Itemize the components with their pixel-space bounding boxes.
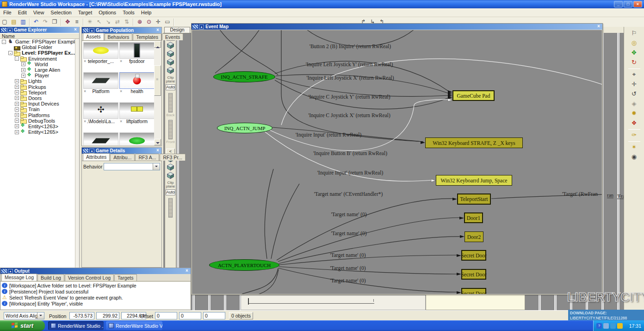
tree-item[interactable]: +Entity<1263> [0,124,75,129]
volume-tray-icon[interactable] [610,323,616,329]
chevron-down-icon[interactable] [153,163,160,170]
close-icon[interactable]: × [155,148,161,153]
select-zoom-icon[interactable]: ⌖ [632,70,636,80]
help-tray-icon[interactable]: ? [596,323,602,329]
tree-item[interactable]: +Pickups [0,84,75,90]
asset-mark[interactable]: × [84,89,86,94]
menu-item-file[interactable]: File [0,9,15,16]
event-map-titlebar[interactable]: ▲ Event Map × [192,24,602,30]
pin-icon[interactable]: ▲ [8,269,13,274]
event-map-canvas[interactable]: INQ_ACTN_STRAFE INQ_ACTN_JUMP ACTN_PLAYE… [192,30,602,294]
asset-item-selected[interactable]: ×health [119,72,154,94]
tab-attributes-2[interactable]: Attribu... [110,154,135,161]
expander-icon[interactable]: + [15,119,19,123]
menu-item-selection[interactable]: Selection [47,9,74,16]
asset-mark[interactable]: × [84,59,86,63]
asset-item[interactable]: ✣ ×.\Models\La... [83,102,118,125]
pin-icon[interactable]: ▲ [89,28,94,33]
expander-icon[interactable]: - [15,56,19,61]
offset-x-field[interactable]: 0 [155,312,177,319]
close-icon[interactable]: × [596,24,601,29]
maximize-button[interactable]: □ [624,1,632,7]
log-row[interactable]: i[Workspace] Entity 'Player', visible [2,300,189,306]
tab-templates[interactable]: Templates [133,33,161,40]
menu-item-target[interactable]: Target [75,9,96,16]
view-cube-side-icon[interactable] [167,58,174,66]
pointer-flag-icon[interactable]: ⚐ [632,29,637,38]
event-node-inq-actn-jump[interactable]: INQ_ACTN_JUMP [217,123,272,133]
slider-track[interactable] [248,303,374,304]
paint-tool-icon[interactable]: ✑ [632,131,637,140]
position-y-field[interactable]: 299.92 [96,312,119,319]
tree-item[interactable]: +Platforms [0,112,75,118]
chevron-down-icon[interactable] [37,312,44,319]
orbit-tool-icon[interactable]: ↺ [632,89,637,99]
tab-attributes[interactable]: Attributes [83,153,110,161]
close-button[interactable]: × [633,1,642,7]
tree-item[interactable]: -Game: FPSPlayer Example [0,39,75,44]
tab-version-control-log[interactable]: Version Control Log [65,274,114,281]
target-icon[interactable]: ⊙ [144,18,154,26]
target-box-secret-door-2[interactable]: Secret Door [461,269,486,280]
window-titlebar[interactable]: RenderWare Studio Workspace - [C:\RW\Stu… [0,0,644,8]
minimize-button[interactable]: _ [614,1,623,7]
tab-assets[interactable]: Assets [83,33,104,40]
clock[interactable]: 17:31 [629,323,641,329]
pattern-tool-icon[interactable]: ❖ [632,119,637,128]
panel-grip[interactable] [1,269,7,273]
view-cube-side-icon-2[interactable] [167,172,174,179]
open-file-icon[interactable]: ▤ [9,18,19,26]
list-tool-icon[interactable]: ≡ [72,18,81,26]
expander-icon[interactable]: - [8,51,12,55]
panel-grip[interactable] [1,28,6,32]
translate-icon[interactable]: ✛ [154,18,163,26]
position-x-field[interactable]: -573.573 [69,312,94,319]
asset-mark[interactable]: × [120,89,122,94]
expander-icon[interactable]: + [15,85,19,89]
crosshair-icon[interactable]: ⊕ [135,18,144,26]
target-box-win32-keyboard-strafe[interactable]: Win32 Keyboard STRAFE, Z _X keys [425,137,523,148]
view-cube-front-icon[interactable] [167,50,174,57]
target-box-door2[interactable]: Door2 [464,231,483,242]
target-box-win32-keyboard-jump[interactable]: Win32 Keyboarrd Jump, Space [436,175,512,186]
menu-item-edit[interactable]: Edit [15,9,30,16]
tab-rf3-a[interactable]: RF3 A... [135,154,159,161]
start-button[interactable]: start [0,320,45,331]
panel-grip[interactable] [83,149,88,153]
camera-select-icon[interactable]: ◉ [632,152,637,162]
asset-item[interactable] [83,132,118,145]
tab-message-log[interactable]: Message Log [1,274,37,281]
behavior-combobox[interactable] [104,163,160,170]
expander-icon[interactable]: - [2,40,6,44]
tree-item[interactable]: +World [0,62,75,67]
link-up-icon[interactable]: ↖ [94,18,104,26]
target-box-gamecube-pad[interactable]: GameCube Pad [452,90,495,101]
expander-icon[interactable]: + [15,130,19,134]
updates-tray-icon[interactable] [603,323,609,329]
expander-icon[interactable]: + [15,107,19,112]
tree-item[interactable]: -Level: FPSPlayer Ex... [0,50,75,56]
target-box-secret-door-1[interactable]: Secret Door [461,250,486,261]
close-icon[interactable]: × [184,269,190,274]
record-target-icon[interactable]: ◎ [632,38,637,48]
tree-item[interactable]: +Large Alien [0,67,75,73]
light-tool-icon[interactable]: ✹ [632,109,637,119]
tree-item[interactable]: +Lights [0,78,75,84]
tab-design-view[interactable]: Design View [164,27,190,33]
tree-item[interactable]: +Player [0,73,75,78]
expander-icon[interactable]: + [15,102,19,106]
expander-icon[interactable]: + [15,96,19,100]
offset-y-field[interactable]: 0 [179,312,201,319]
panel-grip[interactable] [83,28,88,32]
tree-column-header[interactable]: Name [0,33,79,39]
task-button-2[interactable]: RenderWare Studio V... [106,321,162,330]
tree-item[interactable]: +Input Devices [0,101,75,106]
expander-icon[interactable]: + [15,124,19,128]
scroll-up-icon[interactable] [154,41,161,48]
menu-item-help[interactable]: Help [138,9,155,16]
expander-icon[interactable]: + [21,68,25,72]
expander-icon[interactable]: + [21,74,25,78]
asset-scrollbar[interactable] [154,41,161,145]
move-tool-icon[interactable]: ✥ [63,18,72,26]
save-icon[interactable]: ▥ [19,18,28,26]
